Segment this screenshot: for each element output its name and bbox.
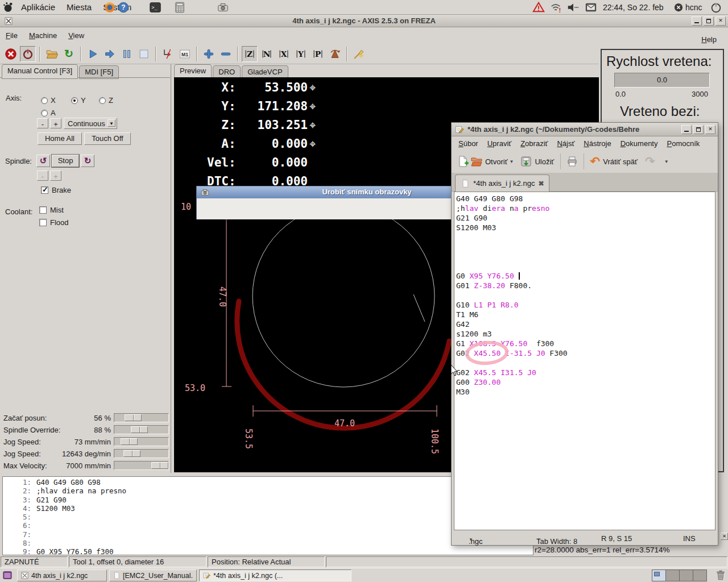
main-menu-icon[interactable] bbox=[2, 1, 15, 14]
spindle-cw-button[interactable]: ↻ bbox=[81, 155, 94, 167]
slider-thumb[interactable] bbox=[123, 450, 140, 457]
menu-view[interactable]: View bbox=[63, 27, 90, 44]
axis-radio-y[interactable]: Y bbox=[71, 96, 86, 106]
tab-manual-control-f3[interactable]: Manual Control [F3] bbox=[2, 64, 78, 79]
estop-button[interactable] bbox=[3, 46, 19, 62]
editor-menu-n-stroje[interactable]: Nástroje bbox=[579, 137, 615, 150]
run-button[interactable] bbox=[85, 46, 101, 62]
axis-radio-z[interactable]: Z bbox=[99, 96, 113, 106]
editor-maximize-button[interactable] bbox=[693, 125, 704, 134]
save-icon[interactable] bbox=[519, 155, 533, 168]
zoom-out-button[interactable] bbox=[218, 46, 234, 62]
view-p-button[interactable]: P bbox=[310, 46, 326, 62]
slider-track[interactable] bbox=[114, 413, 169, 422]
slider-thumb[interactable] bbox=[125, 414, 142, 421]
slider-thumb[interactable] bbox=[131, 426, 148, 433]
menu-help[interactable]: Help bbox=[696, 31, 722, 48]
view-z-rotated-button[interactable]: N bbox=[259, 46, 275, 62]
maximize-button[interactable] bbox=[704, 16, 714, 26]
jog-mode-dropdown[interactable]: Continuous ▼ bbox=[64, 118, 117, 129]
editor-menu-zobrazi[interactable]: Zobraziť bbox=[516, 137, 552, 150]
username[interactable]: hcnc bbox=[685, 3, 702, 12]
tab-close-icon[interactable]: ✖ bbox=[538, 180, 544, 188]
view-y-button[interactable]: Y bbox=[293, 46, 309, 62]
undo-icon[interactable]: ↶ bbox=[589, 155, 601, 168]
redo-dropdown-icon[interactable]: ▼ bbox=[664, 159, 669, 164]
taskbar-button[interactable]: 4th axis_i j k2.ngc bbox=[17, 569, 107, 581]
jog-plus-button[interactable]: + bbox=[50, 118, 61, 128]
workspace-1[interactable] bbox=[652, 570, 666, 581]
close-button[interactable]: ✕ bbox=[715, 16, 726, 26]
zoom-in-button[interactable] bbox=[201, 46, 217, 62]
slider-track[interactable] bbox=[114, 425, 169, 434]
editor-menu-pomocn-k[interactable]: Pomocník bbox=[662, 137, 704, 150]
clear-plot-button[interactable] bbox=[351, 46, 367, 62]
save-button[interactable]: Uložiť bbox=[535, 157, 554, 166]
run-from-line-button[interactable] bbox=[160, 46, 176, 62]
calculator-icon[interactable] bbox=[173, 1, 186, 14]
taskbar-button[interactable]: [EMC2_User_Manual.... bbox=[109, 569, 197, 581]
firefox-icon[interactable] bbox=[104, 1, 116, 14]
touch-off-button[interactable]: Touch Off bbox=[84, 132, 131, 145]
editor-minimize-button[interactable] bbox=[681, 125, 692, 134]
panel-close-icon[interactable]: ✕ bbox=[721, 533, 728, 540]
workspace-switcher[interactable] bbox=[652, 569, 707, 581]
spindle-stop-button[interactable]: Stop bbox=[52, 155, 79, 167]
show-desktop-icon[interactable] bbox=[2, 570, 13, 580]
redo-icon[interactable]: ↷ bbox=[644, 155, 656, 168]
screenshot-icon[interactable] bbox=[217, 1, 229, 14]
open-button[interactable]: Otvoriť bbox=[485, 157, 508, 166]
radio-x-icon[interactable] bbox=[41, 97, 48, 104]
mail-icon[interactable] bbox=[585, 1, 597, 14]
dropdown-arrow-icon[interactable]: ▼ bbox=[107, 119, 115, 127]
pause-button[interactable] bbox=[119, 46, 135, 62]
print-icon[interactable] bbox=[565, 155, 579, 168]
workspace-4[interactable] bbox=[693, 570, 706, 581]
undo-button[interactable]: Vrátiť späť bbox=[603, 157, 638, 166]
new-document-icon[interactable] bbox=[456, 155, 470, 168]
slider-thumb[interactable] bbox=[121, 438, 138, 445]
editor-document-tab[interactable]: *4th axis_i j k2.ngc ✖ bbox=[455, 174, 549, 192]
help-icon[interactable]: ? bbox=[117, 1, 130, 14]
editor-close-button[interactable]: ✕ bbox=[705, 125, 715, 134]
radio-a-icon[interactable] bbox=[41, 110, 48, 117]
home-all-button[interactable]: Home All bbox=[38, 132, 82, 145]
spindle-ccw-button[interactable]: ↺ bbox=[36, 155, 50, 167]
warning-icon[interactable] bbox=[532, 1, 545, 14]
step-button[interactable] bbox=[102, 46, 118, 62]
axis-radio-x[interactable]: X bbox=[41, 96, 56, 106]
editor-menu-n-js[interactable]: Nájsť bbox=[552, 137, 579, 150]
spindle-plus-button[interactable]: + bbox=[50, 171, 61, 181]
panel-menu-aplik-cie[interactable]: Aplikácie bbox=[15, 2, 61, 12]
workspace-3[interactable] bbox=[680, 570, 693, 581]
stop-button[interactable] bbox=[136, 46, 152, 62]
view-z-button[interactable]: Z bbox=[242, 46, 258, 62]
brake-checkbox[interactable] bbox=[41, 186, 48, 194]
editor-text-area[interactable]: G40 G49 G80 G98;hlav diera na presnoG21 … bbox=[454, 192, 715, 530]
trash-icon[interactable] bbox=[714, 569, 727, 581]
view-x-button[interactable]: X bbox=[276, 46, 292, 62]
optional-stop-m1-button[interactable]: M1 bbox=[177, 46, 193, 62]
editor-menu-dokumenty[interactable]: Dokumenty bbox=[616, 137, 663, 150]
network-icon[interactable]: ! bbox=[549, 1, 562, 14]
shutdown-icon[interactable] bbox=[710, 1, 722, 14]
mist-checkbox[interactable] bbox=[39, 206, 47, 214]
open-file-button[interactable] bbox=[44, 46, 60, 62]
menu-machine[interactable]: Machine bbox=[23, 27, 63, 44]
editor-menu-s-bor[interactable]: Súbor bbox=[454, 137, 483, 150]
slider-track[interactable] bbox=[114, 449, 169, 458]
slider-thumb[interactable] bbox=[151, 462, 168, 469]
spindle-minus-button[interactable]: - bbox=[37, 171, 48, 181]
user-status-icon[interactable] bbox=[673, 2, 684, 13]
rotate-view-button[interactable] bbox=[327, 46, 343, 62]
open-dropdown-icon[interactable]: ▼ bbox=[510, 159, 514, 164]
reload-button[interactable]: ↻ bbox=[61, 46, 77, 62]
axis-radio-a[interactable]: A bbox=[41, 109, 56, 119]
clock[interactable]: 22:44, So 22. feb bbox=[603, 3, 664, 12]
radio-z-icon[interactable] bbox=[99, 97, 106, 104]
radio-y-icon[interactable] bbox=[71, 97, 78, 104]
taskbar-button[interactable]: *4th axis_i j k2.ngc (... bbox=[199, 569, 351, 581]
machine-power-button[interactable] bbox=[20, 46, 36, 62]
menu-file[interactable]: File bbox=[0, 27, 23, 44]
flood-checkbox[interactable] bbox=[39, 219, 47, 226]
